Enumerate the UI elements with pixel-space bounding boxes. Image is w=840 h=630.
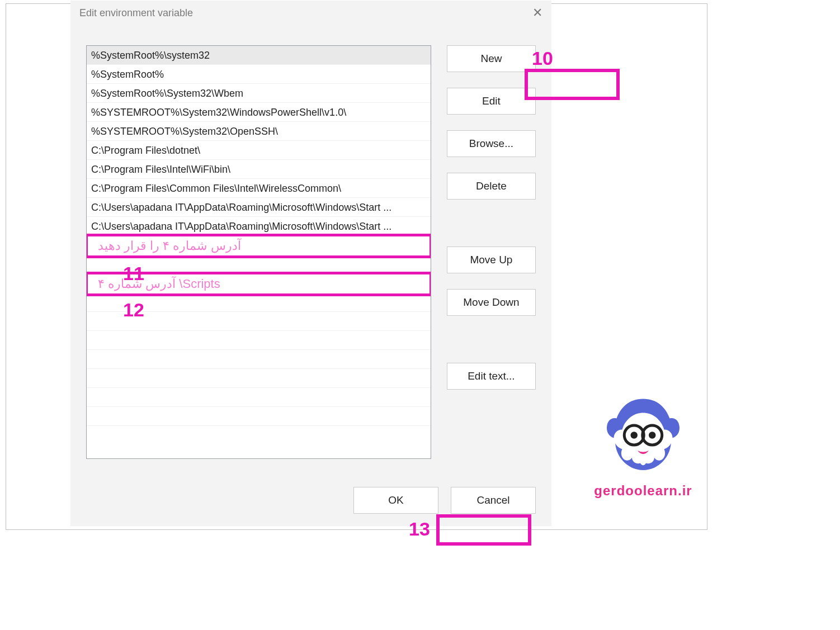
- close-icon[interactable]: ✕: [532, 7, 542, 19]
- highlight-ok: [436, 514, 531, 546]
- step-label-12: 12: [123, 299, 144, 321]
- svg-point-4: [649, 432, 656, 439]
- list-item[interactable]: C:\Program Files\Intel\WiFi\bin\: [87, 160, 431, 179]
- list-item-empty[interactable]: [87, 369, 431, 388]
- env-var-dialog: Edit environment variable ✕ %SystemRoot%…: [70, 1, 551, 526]
- path-listbox[interactable]: %SystemRoot%\system32 %SystemRoot% %Syst…: [86, 45, 431, 459]
- move-up-button[interactable]: Move Up: [447, 247, 536, 273]
- ok-button[interactable]: OK: [353, 487, 438, 514]
- step-label-13: 13: [409, 518, 430, 540]
- edit-text-button[interactable]: Edit text...: [447, 363, 536, 390]
- list-item[interactable]: %SYSTEMROOT%\System32\WindowsPowerShell\…: [87, 103, 431, 122]
- dialog-actions: OK Cancel: [70, 487, 551, 514]
- step-label-11: 11: [123, 263, 144, 285]
- list-item[interactable]: %SystemRoot%: [87, 65, 431, 84]
- list-item[interactable]: C:\Users\apadana IT\AppData\Roaming\Micr…: [87, 198, 431, 217]
- browse-button[interactable]: Browse...: [447, 130, 536, 157]
- list-item-empty[interactable]: [87, 388, 431, 407]
- owl-icon: [601, 395, 685, 479]
- list-item[interactable]: %SystemRoot%\system32: [87, 46, 431, 65]
- dialog-body: %SystemRoot%\system32 %SystemRoot% %Syst…: [70, 25, 551, 526]
- list-item[interactable]: %SystemRoot%\System32\Wbem: [87, 84, 431, 103]
- titlebar: Edit environment variable ✕: [70, 1, 551, 25]
- list-item[interactable]: %SYSTEMROOT%\System32\OpenSSH\: [87, 122, 431, 141]
- dialog-title: Edit environment variable: [79, 7, 193, 19]
- move-down-button[interactable]: Move Down: [447, 289, 536, 316]
- branding-logo: gerdoolearn.ir: [584, 395, 702, 499]
- cancel-button[interactable]: Cancel: [451, 487, 536, 514]
- edit-button[interactable]: Edit: [447, 88, 536, 115]
- list-item[interactable]: C:\Program Files\dotnet\: [87, 141, 431, 160]
- svg-point-3: [631, 432, 638, 439]
- delete-button[interactable]: Delete: [447, 173, 536, 200]
- annotation-box-11: آدرس شماره ۴ را قرار دهید: [86, 234, 431, 258]
- list-item-empty[interactable]: [87, 407, 431, 426]
- new-button[interactable]: New: [447, 45, 536, 72]
- list-item-empty[interactable]: [87, 350, 431, 369]
- list-item-empty[interactable]: [87, 331, 431, 350]
- annotation-text: آدرس شماره ۴ را قرار دهید: [98, 239, 241, 253]
- step-label-10: 10: [532, 48, 553, 69]
- annotation-text: آدرس شماره ۴ \Scripts: [98, 277, 220, 291]
- button-column: New Edit Browse... Delete Move Up Move D…: [447, 45, 536, 459]
- list-item[interactable]: C:\Program Files\Common Files\Intel\Wire…: [87, 179, 431, 198]
- list-item[interactable]: C:\Users\apadana IT\AppData\Roaming\Micr…: [87, 217, 431, 236]
- branding-text: gerdoolearn.ir: [584, 483, 702, 499]
